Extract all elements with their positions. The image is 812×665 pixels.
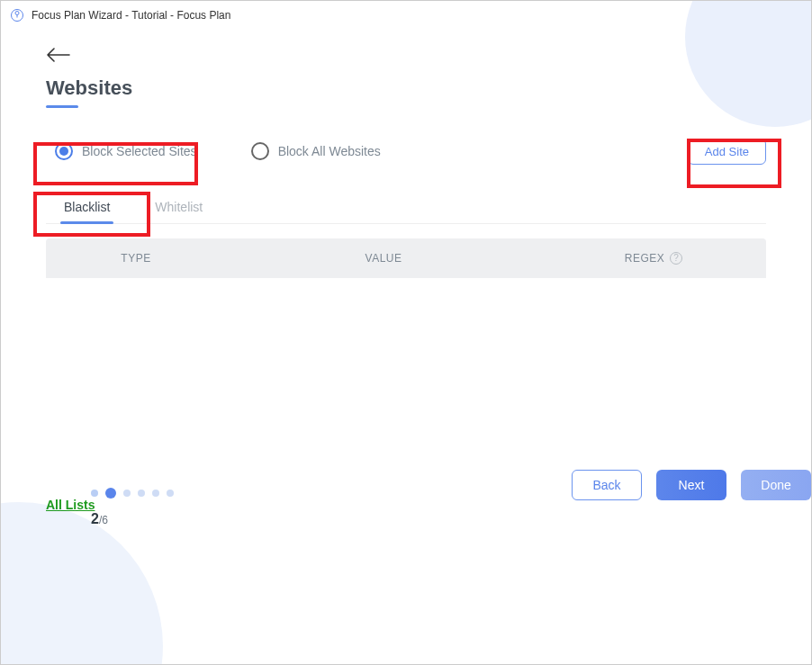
step-dot bbox=[91, 490, 98, 497]
add-site-button[interactable]: Add Site bbox=[688, 139, 766, 165]
heading-underline bbox=[46, 105, 78, 108]
radio-block-all-websites[interactable]: Block All Websites bbox=[242, 135, 390, 167]
wizard-footer: 2/6 Back Next Done bbox=[91, 488, 811, 527]
app-icon bbox=[10, 8, 24, 22]
wizard-window: Focus Plan Wizard - Tutorial - Focus Pla… bbox=[0, 0, 812, 665]
all-lists-link[interactable]: All Lists bbox=[46, 498, 95, 512]
list-tabs: Blacklist Whitelist bbox=[46, 193, 766, 224]
step-dot bbox=[152, 490, 159, 497]
table-header-row: TYPE VALUE REGEX ? bbox=[46, 238, 766, 278]
step-dot bbox=[167, 490, 174, 497]
step-dot-current bbox=[105, 488, 116, 499]
column-header-type: TYPE bbox=[46, 252, 226, 265]
window-title: Focus Plan Wizard - Tutorial - Focus Pla… bbox=[32, 9, 230, 22]
step-counter: 2/6 bbox=[91, 511, 811, 527]
help-icon[interactable]: ? bbox=[670, 252, 682, 265]
done-button[interactable]: Done bbox=[741, 470, 811, 500]
table-body-empty bbox=[46, 278, 766, 485]
tab-whitelist[interactable]: Whitelist bbox=[155, 193, 203, 223]
radio-label: Block Selected Sites bbox=[82, 144, 197, 158]
page-title: Websites bbox=[46, 76, 766, 100]
column-header-regex: REGEX ? bbox=[541, 252, 766, 265]
step-current: 2 bbox=[91, 511, 99, 526]
sites-table: TYPE VALUE REGEX ? bbox=[46, 238, 766, 485]
radio-block-selected-sites[interactable]: Block Selected Sites bbox=[46, 135, 206, 167]
svg-point-1 bbox=[15, 12, 19, 15]
tab-blacklist[interactable]: Blacklist bbox=[64, 193, 110, 223]
back-arrow-icon[interactable] bbox=[46, 48, 766, 66]
step-dot bbox=[123, 490, 131, 497]
radio-circle-icon bbox=[55, 142, 73, 160]
next-button[interactable]: Next bbox=[656, 470, 726, 500]
step-total: 6 bbox=[102, 514, 108, 526]
step-dot bbox=[138, 490, 145, 497]
radio-circle-icon bbox=[251, 142, 269, 160]
back-button[interactable]: Back bbox=[572, 470, 642, 500]
column-header-regex-label: REGEX bbox=[625, 252, 665, 265]
column-header-value: VALUE bbox=[226, 252, 541, 265]
block-mode-row: Block Selected Sites Block All Websites … bbox=[46, 135, 766, 167]
radio-label: Block All Websites bbox=[278, 144, 381, 158]
